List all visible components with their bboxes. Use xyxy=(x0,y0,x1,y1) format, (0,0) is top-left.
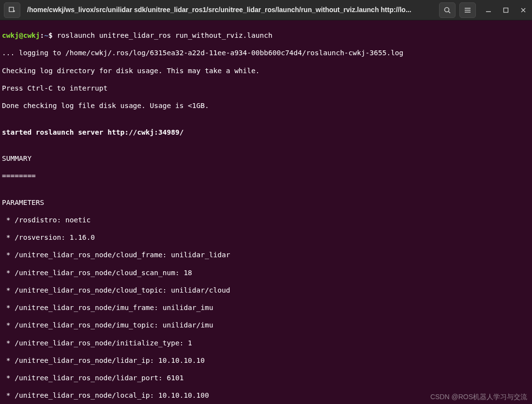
maximize-icon xyxy=(503,7,509,13)
search-button[interactable] xyxy=(439,2,456,18)
output-line: ======== xyxy=(2,171,530,180)
prompt-sep1: : xyxy=(40,31,45,39)
prompt-line: cwkj@cwkj:~$ roslaunch unitree_lidar_ros… xyxy=(2,31,530,40)
close-icon xyxy=(520,7,526,13)
new-tab-icon xyxy=(8,6,16,14)
minimize-button[interactable] xyxy=(484,5,493,15)
menu-button[interactable] xyxy=(459,2,476,18)
maximize-button[interactable] xyxy=(501,5,511,15)
command-text: roslaunch unitree_lidar_ros run_without_… xyxy=(57,31,273,39)
output-line: Checking log directory for disk usage. T… xyxy=(2,66,530,75)
output-line: started roslaunch server http://cwkj:349… xyxy=(2,128,530,137)
output-line: SUMMARY xyxy=(2,154,530,163)
window-titlebar: /home/cwkj/ws_livox/src/unilidar sdk/uni… xyxy=(0,0,532,20)
output-line: Done checking log file disk usage. Usage… xyxy=(2,101,530,110)
prompt-userhost: cwkj@cwkj xyxy=(2,31,40,39)
param-line: * /rosversion: 1.16.0 xyxy=(2,233,530,242)
param-line: * /unitree_lidar_ros_node/cloud_frame: u… xyxy=(2,250,530,259)
terminal-output[interactable]: cwkj@cwkj:~$ roslaunch unitree_lidar_ros… xyxy=(0,20,532,404)
svg-rect-9 xyxy=(504,8,508,12)
param-line: * /unitree_lidar_ros_node/imu_frame: uni… xyxy=(2,303,530,312)
hamburger-icon xyxy=(464,6,471,14)
window-title: /home/cwkj/ws_livox/src/unilidar sdk/uni… xyxy=(24,6,435,15)
output-line: Press Ctrl-C to interrupt xyxy=(2,84,530,93)
watermark-text: CSDN @ROS机器人学习与交流 xyxy=(430,393,527,402)
svg-rect-0 xyxy=(9,7,14,12)
param-line: * /unitree_lidar_ros_node/initialize_typ… xyxy=(2,339,530,347)
minimize-icon xyxy=(486,7,491,13)
param-line: * /unitree_lidar_ros_node/cloud_scan_num… xyxy=(2,268,530,277)
close-button[interactable] xyxy=(518,5,528,15)
param-line: * /unitree_lidar_ros_node/cloud_topic: u… xyxy=(2,286,530,295)
param-line: * /rosdistro: noetic xyxy=(2,216,530,224)
output-line: ... logging to /home/cwkj/.ros/log/6315e… xyxy=(2,48,530,57)
svg-line-4 xyxy=(449,11,451,13)
svg-point-3 xyxy=(445,7,449,12)
new-tab-button[interactable] xyxy=(4,2,20,18)
param-line: * /unitree_lidar_ros_node/imu_topic: uni… xyxy=(2,321,530,329)
param-line: * /unitree_lidar_ros_node/lidar_port: 61… xyxy=(2,373,530,382)
param-line: * /unitree_lidar_ros_node/lidar_ip: 10.1… xyxy=(2,356,530,365)
search-icon xyxy=(443,6,451,14)
prompt-sep2: $ xyxy=(48,31,57,39)
output-line: PARAMETERS xyxy=(2,198,530,207)
prompt-path: ~ xyxy=(44,31,48,39)
